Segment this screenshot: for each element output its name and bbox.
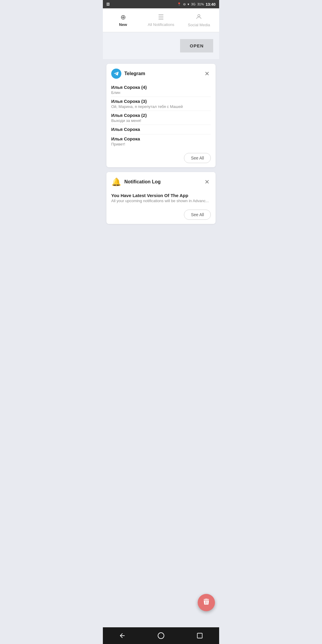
notification-title: Илья Сорока (2) (111, 113, 211, 118)
notification-title: Илья Сорока (3) (111, 99, 211, 104)
tab-social-media[interactable]: Social Media (180, 8, 218, 32)
list-item: Илья Сорока (2) Выходи за меня! (111, 111, 211, 125)
location-icon: 📍 (177, 2, 181, 6)
battery-level: 31% (197, 2, 204, 6)
svg-point-0 (198, 14, 200, 16)
tab-all-notifications-label: All Notifications (148, 22, 174, 27)
photo-icon: 🖼 (106, 2, 110, 6)
telegram-app-name: Telegram (124, 71, 203, 76)
notiflog-see-all-button[interactable]: See All (184, 210, 211, 220)
telegram-card: Telegram ✕ Илья Сорока (4) Блин Илья Сор… (106, 64, 216, 167)
notiflog-card-header: 🔔 Notification Log ✕ (106, 172, 216, 190)
notification-subtitle: Выходи за меня! (111, 118, 211, 123)
list-item: Илья Сорока (4) Блин (111, 83, 211, 97)
signal-icon: 3G (191, 2, 196, 6)
tab-bar: ⊕ New ☰ All Notifications Social Media (103, 8, 219, 32)
status-time: 13:40 (206, 2, 216, 7)
list-item: You Have Latest Version Of The App All y… (111, 191, 211, 205)
tab-new[interactable]: ⊕ New (104, 8, 142, 32)
status-bar: 🖼 📍 ⊖ ▾ 3G 31% 13:40 (103, 0, 219, 8)
notification-subtitle: Привет! (111, 142, 211, 146)
notification-subtitle: All your upcoming notifications will be … (111, 199, 211, 203)
telegram-app-icon (111, 69, 121, 79)
telegram-card-footer: See All (106, 151, 216, 167)
social-media-icon (196, 13, 202, 21)
telegram-see-all-button[interactable]: See All (184, 153, 211, 163)
list-item: Илья Сорока (111, 125, 211, 134)
notiflog-card: 🔔 Notification Log ✕ You Have Latest Ver… (106, 172, 216, 224)
open-area: OPEN (103, 32, 219, 59)
notiflog-app-name: Notification Log (124, 179, 203, 185)
notification-title: Илья Сорока (111, 136, 211, 141)
notiflog-close-button[interactable]: ✕ (203, 178, 211, 185)
telegram-card-body: Илья Сорока (4) Блин Илья Сорока (3) Ой,… (106, 82, 216, 151)
notification-subtitle: Ой, Марина, я перепутал тебя с Машей (111, 104, 211, 109)
notification-title: Илья Сорока (111, 127, 211, 132)
notiflog-app-icon: 🔔 (111, 177, 121, 187)
wifi-icon: ▾ (188, 2, 189, 6)
open-button[interactable]: OPEN (180, 39, 213, 52)
notification-subtitle: Блин (111, 90, 211, 95)
all-notifications-icon: ☰ (158, 13, 164, 21)
tab-social-media-label: Social Media (188, 23, 210, 27)
tab-all-notifications[interactable]: ☰ All Notifications (142, 8, 180, 32)
notiflog-card-footer: See All (106, 207, 216, 224)
notification-title: Илья Сорока (4) (111, 85, 211, 90)
telegram-close-button[interactable]: ✕ (203, 70, 211, 77)
dnd-icon: ⊖ (183, 2, 186, 6)
notiflog-card-body: You Have Latest Version Of The App All y… (106, 190, 216, 207)
cards-container: Telegram ✕ Илья Сорока (4) Блин Илья Сор… (103, 59, 219, 229)
notification-title: You Have Latest Version Of The App (111, 193, 211, 198)
new-tab-icon: ⊕ (120, 13, 126, 21)
list-item: Илья Сорока Привет! (111, 134, 211, 148)
telegram-card-header: Telegram ✕ (106, 64, 216, 82)
tab-new-label: New (119, 22, 127, 27)
list-item: Илья Сорока (3) Ой, Марина, я перепутал … (111, 97, 211, 111)
